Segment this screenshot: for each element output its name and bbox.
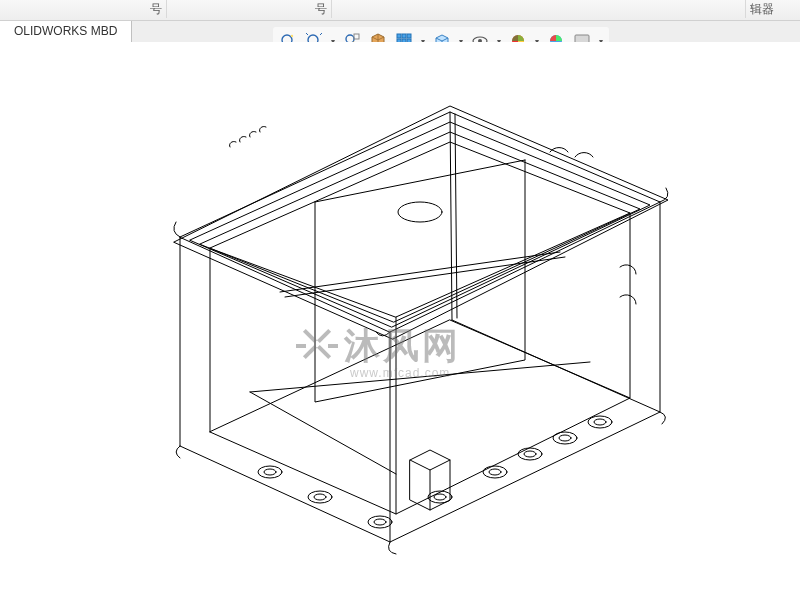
svg-point-36 [594,419,606,425]
svg-point-21 [258,466,282,478]
property-right-field[interactable]: 辑器 [745,0,800,18]
svg-point-25 [483,466,507,478]
watermark: 沐风网 [300,322,461,371]
watermark-text: 沐风网 [344,322,461,371]
svg-point-35 [559,435,571,441]
watermark-url: www.mfcad.com [350,366,450,380]
property-field-1[interactable]: 号 [0,0,167,18]
watermark-logo-icon [300,330,334,364]
svg-point-34 [524,451,536,457]
svg-point-2 [291,35,293,37]
svg-point-27 [553,432,577,444]
svg-point-24 [428,491,452,503]
svg-point-31 [374,519,386,525]
property-bar: 号 号 辑器 [0,0,800,21]
svg-point-32 [434,494,446,500]
svg-point-37 [398,202,442,222]
svg-rect-10 [407,34,411,38]
svg-point-23 [368,516,392,528]
property-field-2[interactable]: 号 [165,0,332,18]
tab-mbd[interactable]: OLIDWORKS MBD [0,21,132,43]
svg-rect-8 [397,34,401,38]
svg-rect-7 [354,34,359,39]
svg-point-33 [489,469,501,475]
property-label-1: 号 [150,0,162,18]
svg-point-28 [588,416,612,428]
svg-point-29 [264,469,276,475]
property-label-2: 号 [315,0,327,18]
property-right-label: 辑器 [750,2,774,16]
graphics-viewport[interactable]: 沐风网 www.mfcad.com [0,42,800,589]
svg-point-26 [518,448,542,460]
model-wireframe [120,102,700,589]
svg-rect-9 [402,34,406,38]
svg-point-22 [308,491,332,503]
tab-mbd-label: OLIDWORKS MBD [14,24,117,38]
svg-point-30 [314,494,326,500]
